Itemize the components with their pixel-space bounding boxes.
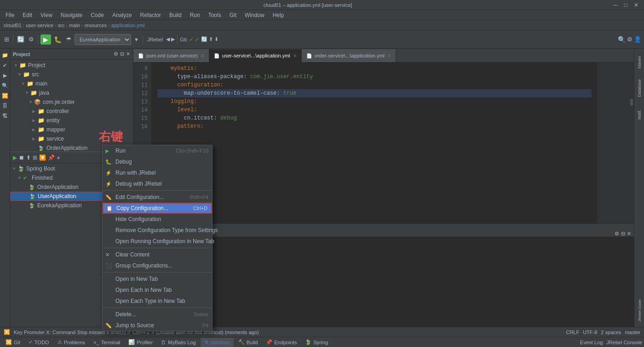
statusbar-spaces[interactable]: 2 spaces <box>601 330 621 335</box>
ctx-open-new-tab[interactable]: Open in New Tab <box>103 273 212 284</box>
console-expand-icon[interactable]: ⊟ <box>621 231 625 237</box>
tree-item[interactable]: ▼ 📁 Project <box>10 61 133 70</box>
bottom-tab-mybatis[interactable]: 🗒 MyBatis Log <box>157 338 200 347</box>
minimize-btn[interactable]: ─ <box>612 2 620 8</box>
tab-user-yml-close[interactable]: ✕ <box>293 53 297 58</box>
activity-structure-icon[interactable]: 🏗 <box>0 111 10 120</box>
menu-analyze[interactable]: Analyze <box>109 11 136 19</box>
activity-project-icon[interactable]: 📁 <box>0 51 10 60</box>
path-main[interactable]: main <box>69 23 80 28</box>
git-pull-btn[interactable]: ⬇ <box>214 36 218 42</box>
bottom-tab-todo[interactable]: ✓ TODO <box>25 338 53 347</box>
console-gear-icon[interactable]: ⚙ <box>615 231 619 237</box>
tree-item[interactable]: ▶ 📁 controller <box>10 107 133 116</box>
bottom-tab-build[interactable]: 🔨 Build <box>235 338 261 347</box>
git-push-btn[interactable]: ⬆ <box>209 36 213 42</box>
services-group-btn[interactable]: ⊞ <box>33 154 37 161</box>
menu-view[interactable]: View <box>37 11 56 19</box>
path-project[interactable]: cloud01 <box>4 23 22 28</box>
menu-git[interactable]: Git <box>226 11 240 19</box>
menu-navigate[interactable]: Navigate <box>57 11 86 19</box>
maven-icon[interactable]: Maven <box>635 51 644 74</box>
event-log-label[interactable]: Event Log <box>580 340 603 345</box>
statusbar-encoding[interactable]: UTF-8 <box>583 330 597 335</box>
bottom-tab-spring[interactable]: 🍃 Spring <box>301 338 332 347</box>
toolbar-project-btn[interactable]: ⊞ <box>3 34 11 44</box>
console-close-icon[interactable]: ✕ <box>627 231 631 237</box>
path-file[interactable]: application.yml <box>111 23 145 28</box>
jrebel-guide-icon[interactable]: JRebel Guide <box>635 295 644 327</box>
ctx-open-running[interactable]: Open Running Configuration in New Tab <box>103 236 212 247</box>
services-filter-btn[interactable]: 🔽 <box>39 154 46 161</box>
ctx-group-configs[interactable]: ⬛ Group Configurations... <box>103 260 212 271</box>
tree-item[interactable]: ▼ 📁 src <box>10 70 133 79</box>
git-refresh-btn[interactable]: 🔄 <box>201 36 207 42</box>
close-project-icon[interactable]: ✕ <box>126 51 130 57</box>
run-btn[interactable]: ▶ <box>40 34 51 45</box>
path-src[interactable]: src <box>58 23 65 28</box>
bottom-tab-endpoints[interactable]: 📌 Endpoints <box>262 338 300 347</box>
activity-run-icon[interactable]: ▶ <box>0 71 10 80</box>
tree-item[interactable]: ▼ 📦 com.jie.order <box>10 97 133 107</box>
search-icon[interactable]: 🔍 <box>618 36 626 43</box>
database-icon[interactable]: Database <box>635 74 644 102</box>
menu-window[interactable]: Window <box>241 11 268 19</box>
account-btn[interactable]: 👤 <box>634 36 641 43</box>
services-up-btn[interactable]: ⬆ <box>26 154 31 161</box>
tab-pom[interactable]: 📄 pom.xml (user-service) ✕ <box>133 49 209 62</box>
ctx-run[interactable]: ▶ Run Ctrl+Shift+F10 <box>103 145 212 156</box>
coverage-btn[interactable]: ☂ <box>64 34 73 45</box>
bottom-tab-terminal[interactable]: >_ Terminal <box>90 338 124 347</box>
services-stop-btn[interactable]: ⏹ <box>19 154 24 161</box>
tab-order-yml-close[interactable]: ✕ <box>387 53 391 58</box>
ctx-edit-config[interactable]: ✏️ Edit Configuration... Shift+F4 <box>103 192 212 203</box>
statusbar-crlf[interactable]: CRLF <box>566 330 579 335</box>
services-run-btn[interactable]: ▶ <box>13 154 17 161</box>
tree-item[interactable]: ▼ 📁 java <box>10 88 133 97</box>
ctx-open-each-type-new-tab[interactable]: Open Each Type in New Tab <box>103 296 212 307</box>
tab-pom-close[interactable]: ✕ <box>201 53 204 58</box>
path-resources[interactable]: resources <box>85 23 107 28</box>
menu-edit[interactable]: Edit <box>19 11 36 19</box>
activity-db-icon[interactable]: 🗄 <box>0 101 10 110</box>
path-module[interactable]: user-service <box>26 23 53 28</box>
debug-btn[interactable]: 🐛 <box>52 34 63 45</box>
tab-order-yml[interactable]: 📄 order-service\...\application.yml ✕ <box>302 49 396 62</box>
gear-icon[interactable]: ⚙ <box>114 51 118 57</box>
toolbar-sync-btn[interactable]: 🔄 <box>16 34 26 44</box>
bottom-tab-services[interactable]: ⚙ Services <box>201 338 234 347</box>
maximize-btn[interactable]: □ <box>622 2 629 8</box>
ctx-remove-config[interactable]: Remove Configuration Type from Settings <box>103 225 212 236</box>
ctx-run-jrebel[interactable]: ⚡ Run with JRebel <box>103 167 212 178</box>
menu-help[interactable]: Help <box>269 11 288 19</box>
config-dropdown[interactable]: EurekaApplication <box>75 34 131 45</box>
jrebel-prev-btn[interactable]: ◀ <box>166 36 170 42</box>
ctx-debug[interactable]: 🐛 Debug <box>103 156 212 167</box>
jrebel-console-label[interactable]: JRebel Console <box>606 340 642 345</box>
bottom-tab-problems[interactable]: ⚠ Problems <box>54 338 89 347</box>
ctx-jump-source[interactable]: ✏️ Jump to Source F4 <box>103 320 212 331</box>
close-btn[interactable]: ✕ <box>632 2 640 8</box>
menu-tools[interactable]: Tools <box>205 11 225 19</box>
code-content[interactable]: mybatis: type-aliases-package: com.jie.u… <box>152 63 597 244</box>
toolbar-settings-btn[interactable]: ⚙ <box>27 34 35 44</box>
ctx-copy-config[interactable]: 📋 Copy Configuration... Ctrl+D <box>103 203 212 214</box>
activity-search-icon[interactable]: 🔍 <box>0 81 10 90</box>
notifications-icon[interactable]: Notif. <box>635 103 644 126</box>
ctx-hide-config[interactable]: Hide Configuration <box>103 214 212 225</box>
activity-commit-icon[interactable]: ✔ <box>0 61 10 70</box>
bottom-tab-profiler[interactable]: 📊 Profiler <box>125 338 156 347</box>
settings-icon[interactable]: ⚙ <box>627 36 632 43</box>
services-add-btn[interactable]: + <box>57 154 60 161</box>
services-pin-btn[interactable]: 📌 <box>48 154 55 161</box>
ctx-delete[interactable]: Delete... Delete <box>103 309 212 320</box>
tree-item[interactable]: ▶ 📁 entity <box>10 116 133 125</box>
toolbar-more-btn[interactable]: ▼ <box>132 35 140 44</box>
ctx-open-each-new-tab[interactable]: Open Each in New Tab <box>103 284 212 296</box>
activity-git-icon[interactable]: 🔀 <box>0 91 10 100</box>
tab-user-yml[interactable]: 📄 user-service\...\application.yml ✕ <box>209 49 302 62</box>
menu-build[interactable]: Build <box>166 11 185 19</box>
git-statusbar-icon[interactable]: 🔀 <box>4 329 10 335</box>
menu-refactor[interactable]: Refactor <box>137 11 165 19</box>
menu-file[interactable]: File <box>2 11 18 19</box>
